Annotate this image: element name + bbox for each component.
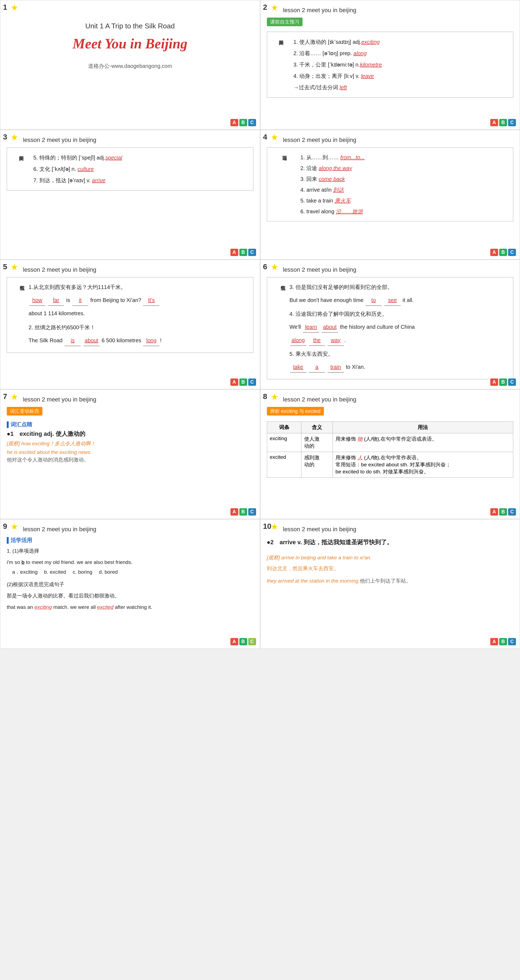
cell-10-arrive: ●2 arrive v. 到达，抵达我知道圣诞节快到了。 [观察] arrive… [267,537,514,586]
cell-7: 7 ★ lesson 2 meet you in beijing 词汇变动标亮 … [0,389,260,519]
cell-8-tag: 辨析 exciting 与 excited [267,407,324,415]
col-header-usage: 用法 [333,422,513,433]
abc-c-6: C [508,379,516,386]
sent-6-2-en: We'll learn about the history and cultur… [290,321,507,332]
abc-a-7: A [230,508,238,515]
col-header-word: 词条 [267,422,301,433]
star-icon-10: ★ [271,522,279,532]
abc-b-4: B [499,249,507,256]
abc-icons-6: A B C [490,379,516,386]
main-title: Meet You in Beijing [7,36,254,52]
phrase-3: 3. 回来 come back [300,173,508,185]
cell-3-number: 3 [3,133,7,142]
abc-b-8: B [499,508,507,515]
sent-line-2-en: The Silk Road is about 6 500 kilometres … [29,335,247,346]
sent-6-1-zh: 3. 但是我们没有足够的时间看到它的全部。 [290,282,507,293]
cell-3-side-label: 单词闯关 [12,152,33,186]
abc-a-6: A [490,379,498,386]
cell-5-sent-box: 句型在线 1.从北京到西安有多远？大约1114千米。 how far is it… [7,277,254,353]
phrase-6: 6. travel along 沿……旅游 [300,206,508,217]
abc-c-3: C [248,249,256,256]
cell-4: 4 ★ lesson 2 meet you in beijing 短语互译 1.… [260,130,520,259]
cell-7-observe: [观察] how exciting！多么令人激动啊！ [7,440,254,447]
phrase-answer-3: come back [319,176,345,182]
cell-7-lesson: lesson 2 meet you in beijing [23,396,254,403]
phrase-4: 4. arrive at/in 到达 [300,185,508,195]
obj-excited: 人 [357,455,363,460]
star-icon-9: ★ [11,522,18,532]
abc-icons-3: A B C [230,249,256,256]
abc-icons-8: A B C [490,508,516,515]
blank-way: way [328,335,344,346]
abc-a-8: A [490,508,498,515]
phrase-answer-5: 乘火车 [335,197,351,204]
abc-b-3: B [239,249,247,256]
blank-train2: train [328,361,344,372]
sent-line-1-en: how far is it from Beijing to Xi'an? It'… [29,295,247,306]
cell-3: 3 ★ lesson 2 meet you in beijing 单词闯关 5.… [0,130,260,259]
blank-a-train: a [309,361,325,372]
abc-c-2: C [508,119,516,126]
cell-6-number: 6 [263,262,268,271]
sent-6-2-zh: 4. 沿途我们将会了解中国的文化和历史。 [290,309,507,319]
blank-far: far [48,295,64,306]
blank-see: see [384,295,401,306]
phrase-answer-2: along the way [319,165,352,171]
answer-2: along [354,50,366,56]
practice-chinese-2: 那是一场令人激动的比赛。看过后我们都很激动。 [7,591,254,601]
vocab-item-1: 1. 使人激动的 [ɪkˈsaɪtɪŋ] adj.exciting [293,36,508,48]
blank-it: it [72,295,88,306]
table-row-excited: excited 感到激动的 用来修饰 人 (人/物),在句中常作表语。 常用短语… [267,452,513,478]
star-icon-1: ★ [11,2,18,13]
phrase-2: 2. 沿途 along the way [300,163,508,173]
option-c: c. boring [73,569,98,575]
cell-6-lesson: lesson 2 meet you in beijing [283,266,514,273]
abc-a-2: A [490,119,498,126]
usage-exciting: 用来修饰 物 (人/物),在句中常作定语或表语。 [333,433,513,452]
cell-2-number: 2 [263,3,268,12]
cell-7-example2: 他对这个令人激动的消息感到激动。 [7,457,254,463]
option-d: d. bored [99,569,118,575]
abc-icons-5: A B C [230,379,256,386]
abc-icons-1: A B C [230,119,256,126]
answer-6: culture [78,166,94,172]
star-icon-2: ★ [271,2,279,13]
cell-7-tag: 词汇变动标亮 [7,407,43,415]
cell-2: 2 ★ lesson 2 meet you in beijing 课前自主预习 … [260,0,520,130]
abc-a-1: A [230,119,238,126]
website-label: 道格办公-www.daogebangong.com [7,62,254,70]
cell-5-number: 5 [3,262,7,271]
cell-8-table: 词条 含义 用法 exciting 使人激动的 用来修饰 物 (人/物),在句中… [267,422,514,478]
cell-9-section-header: ▌活学活用 [7,537,254,544]
word-exciting: exciting [267,433,301,452]
col-header-meaning: 含义 [301,422,333,433]
abc-icons-2: A B C [490,119,516,126]
abc-c-8: C [508,508,516,515]
phrase-answer-6: 沿……旅游 [336,208,363,215]
answer-1: exciting [361,39,380,45]
cell-4-phrase-box: 短语互译 1. 从……到…… from...to... 2. 沿途 along … [267,147,514,221]
vocab-item-5: 5. 特殊的；特别的 [ˈspeʃl] adj.special [33,152,248,163]
cell-5: 5 ★ lesson 2 meet you in beijing 句型在线 1.… [0,259,260,389]
star-icon-5: ★ [11,262,18,272]
blank-long: long [143,335,159,346]
practice-english-2: that was an exciting match. we were all … [7,602,254,612]
cell-10-word: ●2 arrive v. 到达，抵达我知道圣诞节快到了。 [267,537,514,548]
abc-icons-4: A B C [490,249,516,256]
abc-b-6: B [499,379,507,386]
practice-question: i'm so b to meet my old friend. we are a… [7,557,254,567]
answer-4-extra: left [339,84,347,90]
cell-5-lesson: lesson 2 meet you in beijing [23,266,254,273]
cell-1-number: 1 [3,3,7,12]
meaning-exciting: 使人激动的 [301,433,333,452]
cell-6: 6 ★ lesson 2 meet you in beijing 句型在线 3.… [260,259,520,389]
abc-b-2: B [499,119,507,126]
sent-6-2-en2: along the way. [290,335,507,346]
cell-7-example1: he is excited about the exciting news. [7,449,254,455]
option-a: a．exciting [12,569,43,575]
abc-a-3: A [230,249,238,256]
answer-letter: b [21,559,25,565]
abc-a-10: A [490,638,498,645]
blank-exciting: exciting [34,604,52,610]
cell-5-side-label: 句型在线 [13,282,28,348]
